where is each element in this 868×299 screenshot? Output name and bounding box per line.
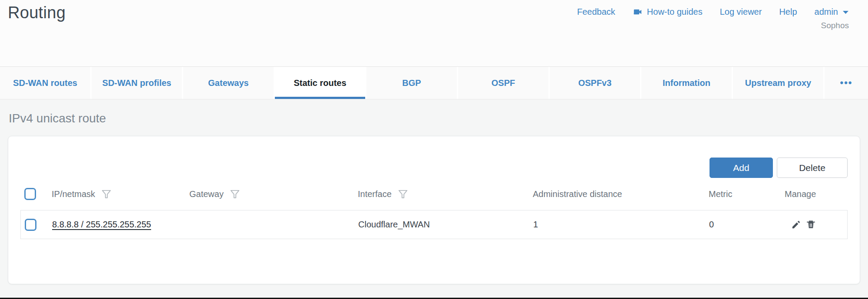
table-row: 8.8.8.8 / 255.255.255.255 Cloudflare_MWA… [20, 210, 848, 239]
feedback-link[interactable]: Feedback [577, 7, 615, 17]
help-link[interactable]: Help [779, 7, 797, 17]
tab-upstream-proxy[interactable]: Upstream proxy [733, 67, 823, 99]
tab-sdwan-profiles[interactable]: SD-WAN profiles [92, 67, 182, 99]
row-administrative-distance-cell: 1 [533, 220, 709, 230]
column-header-ip-netmask: IP/netmask [52, 189, 95, 199]
row-manage-cell [785, 220, 847, 230]
column-header-interface: Interface [358, 189, 392, 199]
column-header-metric: Metric [709, 189, 732, 199]
select-all-checkbox[interactable] [24, 188, 36, 200]
row-interface-cell: Cloudflare_MWAN [358, 220, 533, 230]
add-button[interactable]: Add [710, 158, 773, 178]
column-header-gateway: Gateway [189, 189, 224, 199]
tab-bar: SD-WAN routes SD-WAN profiles Gateways S… [0, 66, 868, 99]
row-checkbox[interactable] [25, 219, 36, 231]
tab-bgp[interactable]: BGP [366, 67, 457, 99]
top-right-nav: Feedback How-to guides Log viewer Help a… [577, 7, 849, 30]
top-header: Routing Feedback How-to guides Log viewe… [0, 0, 868, 66]
delete-button[interactable]: Delete [777, 158, 848, 178]
section-title: IPv4 unicast route [9, 112, 860, 125]
tab-information[interactable]: Information [641, 67, 732, 99]
table-actions: Add Delete [20, 136, 848, 178]
account-menu[interactable]: admin [815, 7, 849, 17]
column-header-administrative-distance: Administrative distance [533, 189, 622, 199]
howto-guides-link[interactable]: How-to guides [633, 7, 703, 17]
column-header-manage: Manage [785, 189, 816, 199]
tab-ospf[interactable]: OSPF [458, 67, 548, 99]
route-ip-netmask-link[interactable]: 8.8.8.8 / 255.255.255.255 [52, 220, 151, 229]
account-subtitle: Sophos [577, 21, 849, 30]
pencil-icon[interactable] [791, 220, 801, 230]
table-header: IP/netmask Gateway Interface [20, 178, 848, 210]
page-title: Routing [8, 3, 66, 22]
log-viewer-link[interactable]: Log viewer [720, 7, 762, 17]
trash-icon[interactable] [806, 220, 816, 230]
caret-down-icon [842, 10, 849, 14]
tab-static-routes[interactable]: Static routes [275, 67, 365, 99]
tab-gateways[interactable]: Gateways [183, 67, 274, 99]
tab-sdwan-routes[interactable]: SD-WAN routes [0, 67, 90, 99]
row-metric-cell: 0 [709, 220, 785, 230]
video-camera-icon [633, 7, 643, 17]
more-tabs-button[interactable]: ••• [825, 67, 868, 99]
filter-funnel-icon[interactable] [397, 188, 409, 200]
content-area: IPv4 unicast route Add Delete IP/netmask… [0, 112, 868, 284]
filter-funnel-icon[interactable] [101, 188, 112, 200]
filter-funnel-icon[interactable] [229, 188, 241, 200]
tab-ospfv3[interactable]: OSPFv3 [550, 67, 640, 99]
ipv4-unicast-route-panel: Add Delete IP/netmask Gateway [8, 136, 860, 284]
